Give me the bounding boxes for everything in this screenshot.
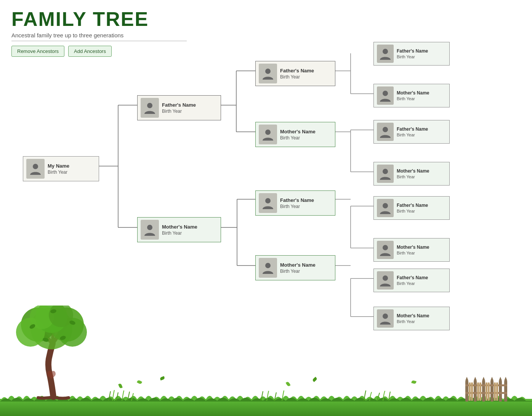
person-card-gen3-7[interactable]: Father's Name Birth Year xyxy=(373,269,450,292)
avatar-gen3-3 xyxy=(377,123,394,141)
person-info-mm: Mother's Name Birth Year xyxy=(280,262,316,274)
person-birth-gen3-7: Birth Year xyxy=(397,281,428,286)
person-icon-self xyxy=(29,162,42,176)
person-icon-gen3-7 xyxy=(378,274,392,287)
avatar-gen3-5 xyxy=(377,199,394,217)
avatar-mf xyxy=(259,193,277,213)
avatar-gen3-8 xyxy=(377,309,394,328)
scattered-leaf-6 xyxy=(118,383,123,389)
person-card-mf[interactable]: Father's Name Birth Year xyxy=(255,190,335,216)
person-name-mm: Mother's Name xyxy=(280,262,316,268)
person-icon-gen3-8 xyxy=(378,312,392,325)
avatar-gen3-2 xyxy=(377,86,394,105)
svg-marker-67 xyxy=(504,377,507,381)
person-icon-father xyxy=(143,101,157,115)
svg-point-30 xyxy=(147,225,152,230)
person-icon-mf xyxy=(261,196,275,210)
svg-rect-76 xyxy=(494,382,496,401)
scattered-leaf-5 xyxy=(411,380,417,384)
person-name-gen3-6: Mother's Name xyxy=(397,245,429,250)
person-name-gen3-1: Father's Name xyxy=(397,48,428,54)
person-icon-gen3-6 xyxy=(378,243,392,257)
person-card-gen3-1[interactable]: Father's Name Birth Year xyxy=(373,42,450,66)
grass-details-2 xyxy=(259,389,290,401)
person-card-mm[interactable]: Mother's Name Birth Year xyxy=(255,255,335,280)
bottom-decoration xyxy=(0,370,532,416)
person-card-mother[interactable]: Mother's Name Birth Year xyxy=(137,217,221,242)
person-name-ff: Father's Name xyxy=(280,68,314,74)
avatar-mother xyxy=(141,220,159,240)
person-name-gen3-3: Father's Name xyxy=(397,126,428,132)
person-birth-ff: Birth Year xyxy=(280,74,314,80)
person-card-gen3-8[interactable]: Mother's Name Birth Year xyxy=(373,307,450,330)
person-card-fm[interactable]: Mother's Name Birth Year xyxy=(255,122,335,147)
svg-point-36 xyxy=(383,91,388,96)
person-info-father: Father's Name Birth Year xyxy=(162,102,196,114)
person-info-mother: Mother's Name Birth Year xyxy=(162,224,197,236)
person-info-mf: Father's Name Birth Year xyxy=(280,197,314,209)
svg-point-32 xyxy=(265,130,271,135)
svg-rect-74 xyxy=(486,382,487,401)
svg-point-34 xyxy=(265,263,271,268)
person-icon-gen3-1 xyxy=(378,47,392,61)
svg-marker-66 xyxy=(499,377,502,381)
person-info-ff: Father's Name Birth Year xyxy=(280,68,314,80)
person-birth-gen3-4: Birth Year xyxy=(397,174,429,179)
svg-point-40 xyxy=(383,245,388,250)
person-icon-fm xyxy=(261,128,275,141)
person-name-gen3-8: Mother's Name xyxy=(397,313,429,318)
scattered-leaf-4 xyxy=(312,377,317,382)
person-info-self: My Name Birth Year xyxy=(48,163,69,175)
person-name-fm: Mother's Name xyxy=(280,129,316,134)
person-birth-gen3-1: Birth Year xyxy=(397,54,428,59)
svg-rect-73 xyxy=(479,382,481,401)
svg-marker-64 xyxy=(482,377,485,381)
svg-rect-60 xyxy=(499,381,502,402)
svg-rect-71 xyxy=(471,382,473,401)
avatar-gen3-1 xyxy=(377,45,394,63)
person-name-father: Father's Name xyxy=(162,102,196,108)
person-icon-gen3-2 xyxy=(378,89,392,102)
scattered-leaf-1 xyxy=(137,380,142,385)
avatar-ff xyxy=(259,64,277,83)
svg-point-35 xyxy=(383,49,388,54)
scattered-leaf-3 xyxy=(286,381,291,387)
person-birth-gen3-5: Birth Year xyxy=(397,209,428,213)
svg-point-41 xyxy=(383,275,388,281)
avatar-gen3-7 xyxy=(377,271,394,290)
person-icon-mm xyxy=(261,261,275,275)
svg-rect-70 xyxy=(469,382,471,401)
person-icon-ff xyxy=(261,67,275,80)
svg-point-33 xyxy=(265,198,271,203)
person-name-gen3-5: Father's Name xyxy=(397,203,428,208)
person-card-gen3-4[interactable]: Mother's Name Birth Year xyxy=(373,162,450,186)
person-birth-father: Birth Year xyxy=(162,109,196,114)
person-icon-mother xyxy=(143,223,157,237)
svg-rect-72 xyxy=(477,382,479,401)
person-card-self[interactable]: My Name Birth Year xyxy=(23,156,99,181)
svg-point-37 xyxy=(383,127,388,132)
person-card-gen3-2[interactable]: Mother's Name Birth Year xyxy=(373,84,450,107)
person-card-gen3-5[interactable]: Father's Name Birth Year xyxy=(373,196,450,220)
person-icon-gen3-5 xyxy=(378,201,392,215)
person-card-gen3-3[interactable]: Father's Name Birth Year xyxy=(373,120,450,144)
tree-illustration xyxy=(8,306,114,405)
person-icon-gen3-3 xyxy=(378,125,392,139)
person-info-fm: Mother's Name Birth Year xyxy=(280,129,316,141)
svg-rect-58 xyxy=(482,381,485,402)
person-birth-mother: Birth Year xyxy=(162,230,197,236)
person-birth-fm: Birth Year xyxy=(280,135,316,141)
svg-rect-75 xyxy=(488,382,490,401)
person-card-gen3-6[interactable]: Mother's Name Birth Year xyxy=(373,238,450,262)
person-birth-self: Birth Year xyxy=(48,170,69,175)
person-card-ff[interactable]: Father's Name Birth Year xyxy=(255,61,335,86)
person-birth-gen3-6: Birth Year xyxy=(397,251,429,255)
avatar-mm xyxy=(259,258,277,278)
avatar-gen3-4 xyxy=(377,165,394,183)
svg-point-29 xyxy=(147,103,152,108)
person-name-gen3-4: Mother's Name xyxy=(397,168,429,174)
person-card-father[interactable]: Father's Name Birth Year xyxy=(137,95,221,120)
svg-point-31 xyxy=(265,69,271,74)
fence-illustration xyxy=(463,375,509,402)
person-birth-mm: Birth Year xyxy=(280,269,316,274)
